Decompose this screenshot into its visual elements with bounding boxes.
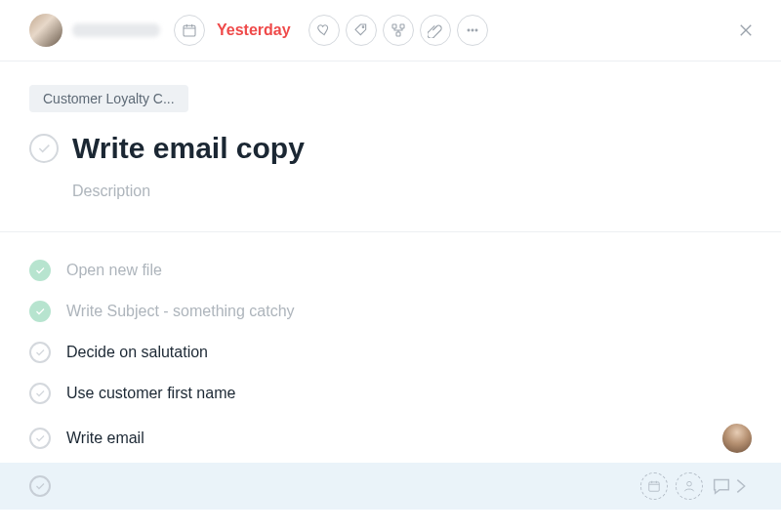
new-subtask-row[interactable]: [0, 463, 781, 510]
subtask-label: Open new file: [66, 262, 162, 279]
toolbar: [308, 15, 494, 46]
attachment-icon[interactable]: [420, 15, 451, 46]
subtask-row[interactable]: Write Subject - something catchy: [29, 291, 752, 332]
new-subtask-actions: [640, 472, 752, 500]
subtasks-icon[interactable]: [383, 15, 414, 46]
assignee-avatar[interactable]: [29, 14, 62, 47]
svg-point-6: [472, 29, 473, 31]
subtask-row[interactable]: Write email: [29, 414, 752, 463]
svg-point-1: [362, 26, 364, 28]
tag-icon[interactable]: [346, 15, 377, 46]
subtask-checkbox[interactable]: [29, 428, 51, 449]
subtask-row[interactable]: Decide on salutation: [29, 332, 752, 373]
svg-rect-8: [649, 482, 660, 491]
close-icon[interactable]: [732, 17, 760, 44]
title-row: Write email copy: [29, 132, 752, 165]
more-icon[interactable]: [457, 15, 488, 46]
subtask-label: Write Subject - something catchy: [66, 303, 295, 320]
calendar-icon[interactable]: [640, 472, 668, 500]
subtask-checkbox[interactable]: [29, 383, 51, 404]
subtask-checkbox[interactable]: [29, 301, 51, 322]
subtask-checkbox[interactable]: [29, 260, 51, 281]
subtask-checkbox[interactable]: [29, 342, 51, 363]
task-header: Yesterday: [0, 0, 781, 61]
svg-rect-2: [392, 24, 396, 28]
svg-point-9: [687, 481, 692, 486]
task-body: Customer Loyalty C... Write email copy D…: [0, 61, 781, 510]
subtask-row[interactable]: Use customer first name: [29, 373, 752, 414]
project-tag[interactable]: Customer Loyalty C...: [29, 85, 188, 112]
calendar-icon: [174, 15, 205, 46]
subtask-row[interactable]: Open new file: [29, 250, 752, 291]
subtask-label: Decide on salutation: [66, 344, 208, 361]
comment-icon[interactable]: [711, 475, 752, 497]
svg-point-7: [475, 29, 477, 31]
svg-rect-4: [396, 32, 400, 36]
subtask-list: Open new file Write Subject - something …: [29, 232, 752, 510]
heart-icon[interactable]: [308, 15, 340, 46]
subtask-label: Write email: [66, 430, 144, 447]
subtask-checkbox[interactable]: [29, 475, 51, 497]
subtask-label: Use customer first name: [66, 385, 235, 402]
assignee-icon[interactable]: [676, 472, 703, 500]
subtask-assignee-avatar[interactable]: [722, 424, 752, 453]
due-date-label: Yesterday: [217, 21, 291, 39]
svg-rect-3: [400, 24, 404, 28]
task-title[interactable]: Write email copy: [72, 132, 305, 165]
svg-point-5: [468, 29, 470, 31]
description-placeholder[interactable]: Description: [72, 183, 752, 200]
complete-task-checkbox[interactable]: [29, 134, 59, 163]
assignee-name[interactable]: [72, 23, 160, 37]
due-date-group[interactable]: Yesterday: [174, 15, 291, 46]
svg-rect-0: [184, 25, 195, 36]
